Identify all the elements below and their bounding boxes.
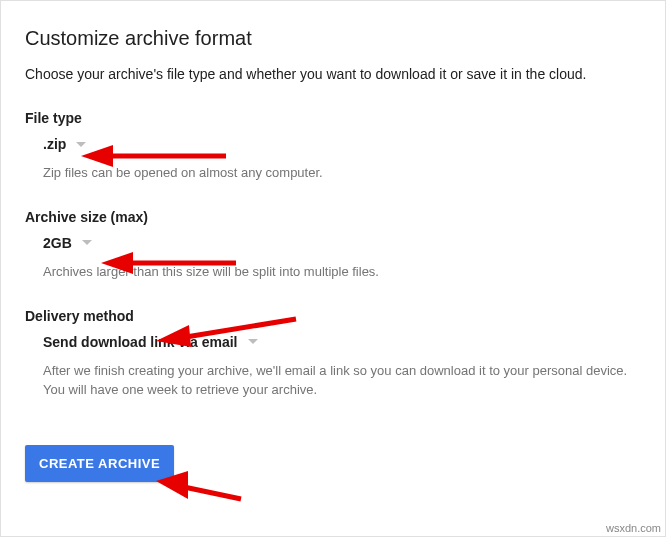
page-description: Choose your archive's file type and whet… <box>25 66 641 82</box>
archive-size-helper: Archives larger than this size will be s… <box>43 263 633 282</box>
file-type-helper: Zip files can be opened on almost any co… <box>43 164 633 183</box>
delivery-method-section: Delivery method Send download link via e… <box>25 308 641 400</box>
chevron-down-icon <box>76 142 86 147</box>
archive-size-value: 2GB <box>43 235 72 251</box>
delivery-method-label: Delivery method <box>25 308 641 324</box>
file-type-label: File type <box>25 110 641 126</box>
file-type-dropdown[interactable]: .zip <box>43 136 641 152</box>
file-type-section: File type .zip Zip files can be opened o… <box>25 110 641 183</box>
archive-size-dropdown[interactable]: 2GB <box>43 235 641 251</box>
delivery-method-value: Send download link via email <box>43 334 238 350</box>
delivery-method-dropdown[interactable]: Send download link via email <box>43 334 641 350</box>
watermark-text: wsxdn.com <box>606 522 661 534</box>
create-archive-button[interactable]: CREATE ARCHIVE <box>25 445 174 482</box>
chevron-down-icon <box>248 339 258 344</box>
svg-line-6 <box>184 487 241 499</box>
archive-format-card: Customize archive format Choose your arc… <box>0 0 666 537</box>
file-type-value: .zip <box>43 136 66 152</box>
archive-size-section: Archive size (max) 2GB Archives larger t… <box>25 209 641 282</box>
archive-size-label: Archive size (max) <box>25 209 641 225</box>
page-title: Customize archive format <box>25 27 641 50</box>
chevron-down-icon <box>82 240 92 245</box>
delivery-method-helper: After we finish creating your archive, w… <box>43 362 633 400</box>
